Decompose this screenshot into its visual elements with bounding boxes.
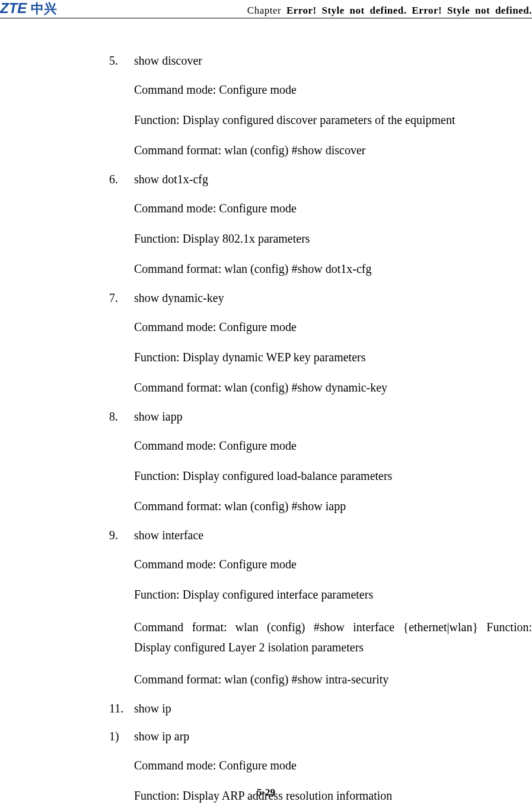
item-line: Command format: wlan (config) #show dyna… xyxy=(0,380,532,396)
item-header: 9. show interface xyxy=(0,529,532,542)
item-title: show interface xyxy=(134,529,532,542)
item-line: Command mode: Configure mode xyxy=(0,201,532,217)
page-number: 5-29 xyxy=(257,787,275,798)
item-line: Command mode: Configure mode xyxy=(0,556,532,572)
svg-text:ZTE: ZTE xyxy=(0,0,27,16)
list-item: 5. show discover Command mode: Configure… xyxy=(0,54,532,158)
item-line: Command format: wlan (config) #show disc… xyxy=(0,142,532,158)
item-title: show discover xyxy=(134,54,532,68)
zte-logo-icon: ZTE 中兴 xyxy=(0,0,71,17)
item-line: Function: Display configured load-balanc… xyxy=(0,468,532,484)
chapter-label: Chapter xyxy=(247,5,281,16)
item-line: Function: Display configured discover pa… xyxy=(0,112,532,128)
item-line: Command format: wlan (config) #show dot1… xyxy=(0,261,532,277)
item-title: show dynamic-key xyxy=(134,291,532,305)
item-title: show ip xyxy=(134,702,532,715)
header-chapter-text: Chapter Error! Style not defined. Error!… xyxy=(247,5,532,17)
list-item: 9. show interface Command mode: Configur… xyxy=(0,529,532,688)
item-line: Command mode: Configure mode xyxy=(0,758,532,774)
item-line: Command format: wlan (config) #show inte… xyxy=(0,617,532,657)
item-line: Function: Display configured interface p… xyxy=(0,587,532,603)
item-number: 8. xyxy=(109,410,134,424)
list-item: 7. show dynamic-key Command mode: Config… xyxy=(0,291,532,396)
item-line: Command mode: Configure mode xyxy=(0,438,532,454)
page-header: ZTE 中兴 Chapter Error! Style not defined.… xyxy=(0,0,532,18)
item-line: Command format: wlan (config) #show intr… xyxy=(0,672,532,688)
list-item: 11. show ip xyxy=(0,702,532,715)
item-header: 6. show dot1x-cfg xyxy=(0,173,532,186)
item-title: show iapp xyxy=(134,410,532,424)
item-header: 7. show dynamic-key xyxy=(0,291,532,305)
header-error-text: Error! Style not defined. Error! Style n… xyxy=(286,5,532,16)
item-title: show dot1x-cfg xyxy=(134,173,532,186)
page-footer: 5-29 xyxy=(0,787,532,799)
svg-text:中兴: 中兴 xyxy=(31,1,57,16)
logo-container: ZTE 中兴 xyxy=(0,0,71,17)
item-header: 5. show discover xyxy=(0,54,532,68)
item-line: Command mode: Configure mode xyxy=(0,82,532,98)
item-line: Command format: wlan (config) #show iapp xyxy=(0,498,532,514)
item-header: 1) show ip arp xyxy=(0,730,532,743)
item-line: Function: Display dynamic WEP key parame… xyxy=(0,349,532,365)
item-title: show ip arp xyxy=(134,730,532,743)
item-number: 6. xyxy=(109,173,134,186)
item-number: 1) xyxy=(109,730,134,743)
item-number: 7. xyxy=(109,291,134,305)
item-number: 5. xyxy=(109,54,134,68)
list-item: 6. show dot1x-cfg Command mode: Configur… xyxy=(0,173,532,277)
item-header: 8. show iapp xyxy=(0,410,532,424)
item-line: Function: Display 802.1x parameters xyxy=(0,231,532,247)
item-number: 11. xyxy=(109,702,134,715)
item-header: 11. show ip xyxy=(0,702,532,715)
page-content: 5. show discover Command mode: Configure… xyxy=(0,18,532,808)
item-number: 9. xyxy=(109,529,134,542)
item-line: Command mode: Configure mode xyxy=(0,319,532,335)
list-item: 8. show iapp Command mode: Configure mod… xyxy=(0,410,532,514)
